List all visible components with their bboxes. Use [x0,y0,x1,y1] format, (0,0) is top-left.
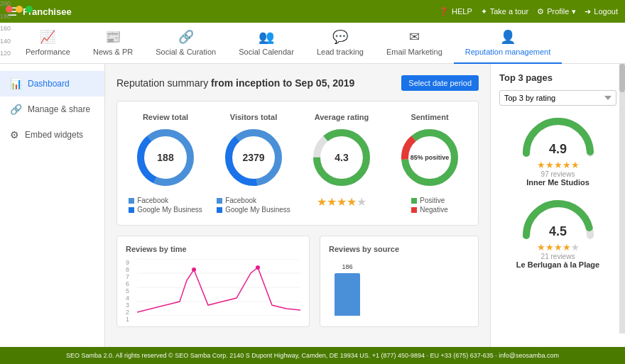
nav-performance-label: Performance [26,48,70,56]
negative-dot [411,207,417,213]
manage-share-icon: 🔗 [10,104,22,115]
legend-facebook: Facebook [129,197,202,204]
performance-icon: 📈 [40,29,55,45]
nav-reputation-management[interactable]: 👤 Reputation management [454,23,562,64]
visitors-facebook: Facebook [217,197,290,204]
maximize-dot[interactable] [26,6,33,13]
visitors-value: 2379 [242,152,264,163]
bar-chart: 186 [329,259,469,316]
scrollbar[interactable] [619,64,625,333]
svg-point-16 [192,268,196,272]
negative-legend: Negative [411,206,447,214]
sidebar-manage-label: Manage & share [28,104,90,114]
email-marketing-icon: ✉ [409,29,420,45]
vgmb-dot [217,207,222,213]
reputation-icon: 👤 [500,29,516,45]
nav-lead-tracking-label: Lead tracking [317,48,364,56]
social-calendar-icon: 👥 [259,29,274,45]
content-area: Reputation summary from inception to Sep… [105,64,490,347]
nav-email-marketing-label: Email Marketing [386,48,442,56]
visitors-gmb: Google My Business [217,206,290,214]
news-icon: 📰 [105,29,121,45]
select-date-button[interactable]: Select date period [401,75,479,91]
footer-text: SEO Samba 2.0. All rights reserved © SEO… [66,352,559,359]
embed-icon: ⚙ [10,129,19,140]
nav-lead-tracking[interactable]: 💬 Lead tracking [305,23,375,64]
chart-by-time: Reviews by time 9 8 7 6 5 4 3 2 1 [116,236,310,327]
nav-news-label: News & PR [93,48,133,56]
review-total-donut: 188 [134,126,197,189]
avg-rating-value: 4.3 [335,152,348,163]
page-1-stars: ★★★★★ [537,160,580,170]
positive-dot [411,198,417,204]
nav-bar: 📈 Performance 📰 News & PR 🔗 Social & Cur… [0,23,625,64]
line-chart-svg [137,259,300,316]
gauge-2: 4.5 [519,197,597,239]
avg-rating-label: Average rating [315,113,369,121]
tour-icon: ✦ [481,7,487,16]
logout-button[interactable]: ➜ Logout [585,7,618,16]
legend-gmb: Google My Business [129,206,202,214]
sidebar-item-manage-share[interactable]: 🔗 Manage & share [0,96,104,122]
top-pages-dropdown[interactable]: Top 3 by rating Top 3 by reviews [499,90,616,106]
nav-performance[interactable]: 📈 Performance [14,23,82,64]
profile-icon: ⚙ [537,7,544,16]
nav-email-marketing[interactable]: ✉ Email Marketing [375,23,454,64]
avg-rating-stars: ★★★★★ [317,195,366,209]
profile-button[interactable]: ⚙ Profile ▾ [537,7,576,16]
panel-title: Top 3 pages [499,72,616,83]
sentiment-donut: 85% positive [398,126,462,189]
sentiment-legend: Positive Negative [411,197,447,214]
nav-social-curation[interactable]: 🔗 Social & Curation [144,23,227,64]
stat-average-rating: Average rating 4.3 ★★★★★ [305,113,379,214]
footer: SEO Samba 2.0. All rights reserved © SEO… [0,347,625,364]
positive-legend: Positive [411,197,447,204]
review-total-value: 188 [157,152,173,163]
visitors-donut: 2379 [222,126,286,189]
page-1-name: Inner Me Studios [526,178,589,187]
review-legend: Facebook Google My Business [129,197,202,214]
bar-value: 186 [342,263,352,270]
page-card-1: 4.9 ★★★★★ 97 reviews Inner Me Studios [499,114,616,187]
sentiment-label: Sentiment [411,113,448,121]
scroll-thumb[interactable] [619,64,625,92]
nav-news-pr[interactable]: 📰 News & PR [82,23,144,64]
page-1-rating: 4.9 [549,142,567,157]
top-bar-right: ❓ HELP ✦ Take a tour ⚙ Profile ▾ ➜ Logou… [439,7,618,16]
chart-by-source: Reviews by source 200 180 160 140 120 18… [320,236,479,327]
bar-chart-wrap: 200 180 160 140 120 186 [329,259,469,316]
minimize-dot[interactable] [16,6,23,13]
sidebar-embed-label: Embed widgets [25,130,83,140]
stat-sentiment: Sentiment 85% positive Positive [393,113,467,214]
facebook-dot [129,198,134,204]
top-bar: ☰ Franchisee ❓ HELP ✦ Take a tour ⚙ Prof… [0,0,625,23]
sidebar-item-dashboard[interactable]: 📊 Dashboard [0,71,104,96]
sentiment-value: 85% positive [411,154,450,161]
stat-review-total: Review total 188 Facebook [129,113,202,214]
help-icon: ❓ [439,7,449,16]
sidebar-item-embed-widgets[interactable]: ⚙ Embed widgets [0,122,104,148]
review-total-label: Review total [143,113,188,121]
charts-row: Reviews by time 9 8 7 6 5 4 3 2 1 [116,236,479,327]
main-layout: 📊 Dashboard 🔗 Manage & share ⚙ Embed wid… [0,64,625,347]
nav-reputation-label: Reputation management [465,48,550,56]
gauge-1: 4.9 [519,114,597,157]
tour-button[interactable]: ✦ Take a tour [481,7,528,16]
help-button[interactable]: ❓ HELP [439,7,472,16]
page-1-reviews: 97 reviews [541,170,575,178]
lead-tracking-icon: 💬 [332,29,348,45]
vfacebook-dot [217,198,222,204]
nav-social-calendar[interactable]: 👥 Social Calendar [227,23,305,64]
gmb-dot [129,207,134,213]
page-card-2: 4.5 ★★★★★ 21 reviews Le Berlugan à la Pl… [499,197,616,269]
line-chart: 9 8 7 6 5 4 3 2 1 [126,259,300,318]
stat-visitors-total: Visitors total 2379 Facebook [217,113,290,214]
bar-item: 186 [335,273,360,316]
summary-header: Reputation summary from inception to Sep… [116,75,479,91]
page-2-reviews: 21 reviews [541,253,575,260]
stats-row: Review total 188 Facebook [116,101,479,226]
logout-icon: ➜ [585,7,591,16]
nav-social-calendar-label: Social Calendar [239,48,294,56]
summary-title: Reputation summary from inception to Sep… [116,77,354,89]
chart-by-source-title: Reviews by source [329,245,469,253]
